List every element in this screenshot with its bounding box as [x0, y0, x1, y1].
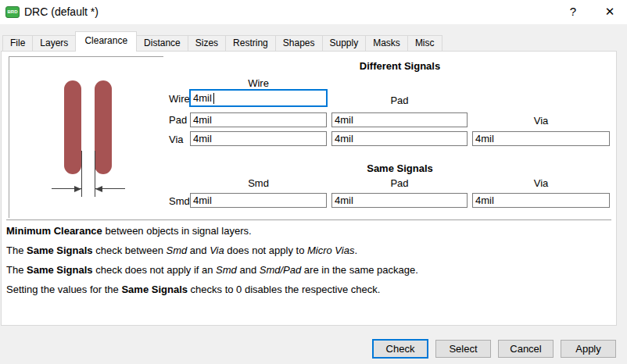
tab-layers[interactable]: Layers	[32, 35, 76, 52]
tab-masks[interactable]: Masks	[365, 35, 408, 52]
wire-shape-right	[95, 80, 112, 174]
text-caret	[213, 93, 214, 104]
row-label-wire: Wire	[169, 93, 190, 105]
check-button[interactable]: Check	[372, 339, 428, 359]
via-via-input[interactable]	[472, 131, 610, 146]
clearance-illustration-frame	[9, 56, 163, 218]
column-header-via: Via	[472, 115, 610, 127]
tab-file[interactable]: File	[2, 35, 33, 52]
title-bar: BRD DRC (default *) ? ✕	[0, 0, 627, 24]
close-button[interactable]: ✕	[594, 0, 625, 23]
column-header-pad: Pad	[331, 95, 468, 106]
tab-sizes[interactable]: Sizes	[188, 35, 226, 52]
wire-wire-input[interactable]	[189, 89, 328, 107]
smd-smd-input[interactable]	[190, 193, 327, 208]
via-wire-input[interactable]	[190, 131, 327, 146]
row-label-via: Via	[169, 134, 184, 145]
separator	[6, 219, 611, 220]
tab-shapes[interactable]: Shapes	[275, 35, 323, 52]
apply-button[interactable]: Apply	[561, 340, 616, 358]
dimension-arrow-right-icon	[74, 186, 81, 192]
note-zero-disables-check: Setting the values for the Same Signals …	[6, 284, 380, 295]
extension-line-left	[81, 151, 82, 197]
tab-restring[interactable]: Restring	[225, 35, 276, 52]
tab-distance[interactable]: Distance	[136, 35, 188, 52]
column-header-smd-same: Smd	[190, 177, 327, 189]
pad-pad-input[interactable]	[331, 112, 468, 127]
dimension-arrow-left-icon	[95, 186, 102, 192]
different-signals-heading: Different Signals	[190, 60, 610, 72]
smd-pad-input[interactable]	[331, 193, 468, 208]
drc-dialog: BRD DRC (default *) ? ✕ File Layers Clea…	[0, 0, 627, 364]
wire-shape-left	[64, 80, 81, 174]
tab-bar: File Layers Clearance Distance Sizes Res…	[2, 31, 442, 52]
cancel-button[interactable]: Cancel	[498, 340, 554, 358]
same-signals-heading: Same Signals	[190, 162, 610, 174]
smd-via-input[interactable]	[472, 193, 610, 208]
tab-misc[interactable]: Misc	[407, 35, 442, 52]
column-header-via-same: Via	[472, 177, 610, 189]
help-button[interactable]: ?	[560, 0, 586, 23]
row-label-pad: Pad	[169, 114, 187, 126]
tab-supply[interactable]: Supply	[322, 35, 367, 52]
via-pad-input[interactable]	[331, 131, 468, 146]
note-minimum-clearance: Minimum Clearance between objects in sig…	[6, 225, 252, 237]
tab-clearance[interactable]: Clearance	[75, 31, 137, 52]
column-header-wire: Wire	[190, 77, 327, 89]
pad-wire-input[interactable]	[190, 112, 327, 127]
row-label-smd: Smd	[169, 195, 190, 207]
select-button[interactable]: Select	[435, 340, 491, 358]
note-same-signals-package: The Same Signals check does not apply if…	[6, 264, 418, 276]
window-title: DRC (default *)	[24, 5, 99, 18]
brd-file-icon: BRD	[5, 6, 20, 18]
column-header-pad-same: Pad	[331, 177, 468, 189]
note-same-signals-micro-vias: The Same Signals check between Smd and V…	[6, 244, 357, 256]
